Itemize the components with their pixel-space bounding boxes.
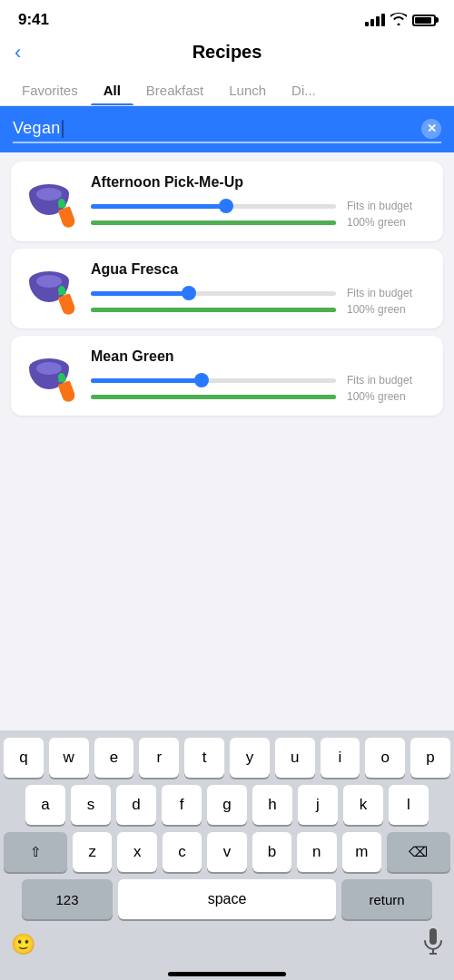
key-e[interactable]: e — [94, 738, 134, 778]
status-icons — [365, 13, 436, 28]
key-j[interactable]: j — [298, 785, 338, 825]
key-space[interactable]: space — [118, 879, 336, 919]
budget-fill-3 — [91, 378, 202, 383]
budget-track-2 — [91, 291, 336, 296]
key-v[interactable]: v — [207, 832, 246, 872]
search-bar[interactable]: Vegan ✕ — [13, 115, 441, 143]
svg-rect-0 — [429, 928, 437, 945]
key-y[interactable]: y — [230, 738, 270, 778]
budget-label-2: Fits in budget — [347, 287, 429, 299]
key-w[interactable]: w — [49, 738, 89, 778]
green-track-2 — [91, 308, 336, 312]
recipe-name-1: Afternoon Pick-Me-Up — [91, 174, 429, 191]
emoji-button[interactable]: 🙂 — [11, 933, 35, 956]
keyboard-row-4: 123 space return — [4, 879, 450, 919]
search-text: Vegan — [13, 115, 421, 142]
tabs-bar: Favorites All Breakfast Lunch Di... — [0, 72, 454, 106]
recipe-list: Afternoon Pick-Me-Up Fits in budget 100%… — [0, 152, 454, 425]
keyboard-row-1: q w e r t y u i o p — [4, 738, 450, 778]
budget-fill-1 — [91, 204, 226, 209]
key-m[interactable]: m — [342, 832, 381, 872]
recipe-info-3: Mean Green Fits in budget 100% green — [91, 348, 429, 403]
green-track-3 — [91, 395, 336, 399]
header: ‹ Recipes — [0, 34, 454, 72]
key-numbers[interactable]: 123 — [22, 879, 113, 919]
key-g[interactable]: g — [207, 785, 247, 825]
budget-track-3 — [91, 378, 336, 383]
recipe-bars-2: Fits in budget 100% green — [91, 287, 429, 316]
green-label-2: 100% green — [347, 303, 429, 316]
recipe-name-2: Agua Fresca — [91, 261, 429, 278]
key-k[interactable]: k — [343, 785, 383, 825]
key-p[interactable]: p — [410, 738, 450, 778]
key-x[interactable]: x — [117, 832, 156, 872]
key-d[interactable]: d — [116, 785, 156, 825]
green-bar-row-3: 100% green — [91, 390, 429, 403]
clear-search-button[interactable]: ✕ — [421, 119, 441, 139]
recipe-icon-1 — [25, 175, 78, 228]
wifi-icon — [390, 13, 407, 28]
battery-icon — [412, 15, 436, 26]
budget-fill-2 — [91, 291, 189, 296]
recipe-info-2: Agua Fresca Fits in budget 100% green — [91, 261, 429, 316]
status-bar: 9:41 — [0, 0, 454, 34]
key-s[interactable]: s — [71, 785, 111, 825]
budget-bar-row-1: Fits in budget — [91, 200, 429, 212]
key-return[interactable]: return — [341, 879, 432, 919]
key-f[interactable]: f — [162, 785, 202, 825]
back-button[interactable]: ‹ — [15, 41, 21, 64]
tab-lunch[interactable]: Lunch — [216, 75, 279, 105]
key-n[interactable]: n — [297, 832, 336, 872]
text-cursor — [62, 120, 64, 138]
search-input-wrapper: Vegan ✕ — [13, 115, 441, 142]
budget-thumb-3 — [194, 373, 209, 387]
recipe-icon-2 — [25, 262, 78, 315]
budget-thumb-2 — [182, 286, 196, 300]
tab-all[interactable]: All — [91, 75, 133, 105]
search-container: Vegan ✕ — [0, 106, 454, 152]
recipe-card-1[interactable]: Afternoon Pick-Me-Up Fits in budget 100%… — [11, 162, 443, 241]
budget-bar-row-2: Fits in budget — [91, 287, 429, 299]
green-bar-row-1: 100% green — [91, 216, 429, 229]
home-indicator — [168, 972, 286, 976]
green-fill-3 — [91, 395, 336, 399]
recipe-name-3: Mean Green — [91, 348, 429, 365]
tab-favorites[interactable]: Favorites — [9, 75, 91, 105]
budget-label-1: Fits in budget — [347, 200, 429, 212]
microphone-button[interactable] — [423, 928, 443, 961]
budget-thumb-1 — [219, 199, 233, 213]
green-fill-2 — [91, 308, 336, 312]
key-r[interactable]: r — [139, 738, 179, 778]
status-time: 9:41 — [18, 11, 49, 29]
keyboard-row-2: a s d f g h j k l — [4, 785, 450, 825]
key-t[interactable]: t — [184, 738, 224, 778]
key-l[interactable]: l — [389, 785, 429, 825]
green-label-1: 100% green — [347, 216, 429, 229]
key-u[interactable]: u — [275, 738, 315, 778]
green-fill-1 — [91, 220, 336, 225]
green-label-3: 100% green — [347, 390, 429, 403]
recipe-card-3[interactable]: Mean Green Fits in budget 100% green — [11, 336, 443, 416]
budget-track-1 — [91, 204, 336, 209]
key-shift[interactable]: ⇧ — [4, 832, 67, 872]
key-o[interactable]: o — [365, 738, 405, 778]
tab-breakfast[interactable]: Breakfast — [133, 75, 216, 105]
keyboard-bottom-row: 🙂 — [4, 926, 450, 968]
key-b[interactable]: b — [252, 832, 291, 872]
keyboard-row-3: ⇧ z x c v b n m ⌫ — [4, 832, 450, 872]
signal-icon — [365, 14, 385, 26]
recipe-bars-3: Fits in budget 100% green — [91, 374, 429, 403]
key-a[interactable]: a — [25, 785, 65, 825]
green-track-1 — [91, 220, 336, 225]
key-q[interactable]: q — [4, 738, 44, 778]
tab-dinner[interactable]: Di... — [279, 75, 329, 105]
key-delete[interactable]: ⌫ — [387, 832, 450, 872]
page-title: Recipes — [192, 42, 262, 63]
key-c[interactable]: c — [163, 832, 202, 872]
recipe-card-2[interactable]: Agua Fresca Fits in budget 100% green — [11, 249, 443, 328]
key-i[interactable]: i — [321, 738, 360, 778]
recipe-icon-3 — [25, 349, 78, 402]
key-h[interactable]: h — [252, 785, 292, 825]
key-z[interactable]: z — [73, 832, 112, 872]
budget-label-3: Fits in budget — [347, 374, 429, 387]
